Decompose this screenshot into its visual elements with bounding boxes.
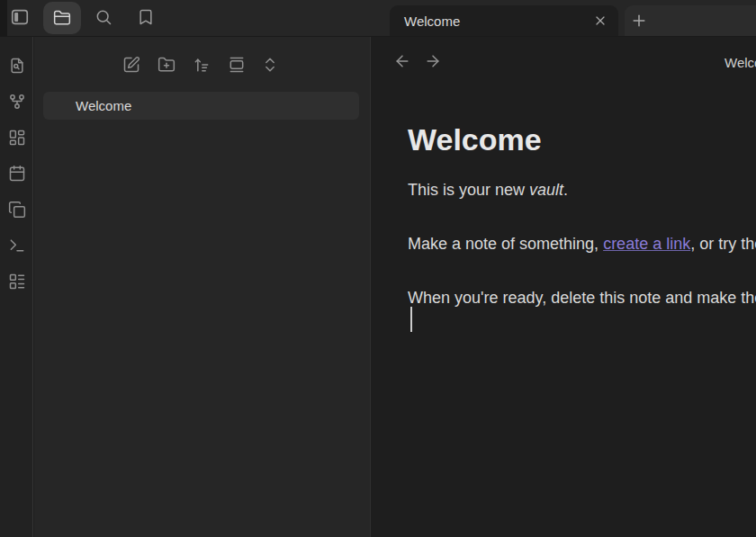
window-edge bbox=[0, 0, 7, 36]
gallery-view-button[interactable] bbox=[226, 54, 248, 76]
file-item-welcome[interactable]: Welcome bbox=[43, 92, 359, 120]
tab-close-button[interactable] bbox=[590, 10, 611, 31]
editor-pane[interactable]: Welcome Welcome This is your new vault. … bbox=[372, 37, 756, 537]
new-folder-button[interactable] bbox=[156, 54, 177, 76]
copy-icon bbox=[8, 201, 26, 219]
graph-view-button[interactable] bbox=[6, 91, 28, 112]
nav-forward-button[interactable] bbox=[422, 50, 444, 72]
note-paragraph-3: When you're ready, delete this note and … bbox=[408, 285, 756, 310]
sort-ascending-icon bbox=[193, 56, 211, 74]
command-palette-button[interactable] bbox=[6, 235, 28, 256]
bookmark-icon bbox=[137, 8, 155, 26]
paragraph-text: . bbox=[563, 181, 568, 199]
tab-bar-spacer bbox=[625, 5, 756, 36]
git-fork-icon bbox=[8, 93, 26, 111]
italic-text: vault bbox=[529, 181, 563, 199]
note-paragraph-2: Make a note of something, create a link,… bbox=[408, 231, 756, 256]
daily-note-button[interactable] bbox=[6, 163, 28, 184]
file-explorer-panel: Welcome bbox=[34, 37, 371, 537]
search-icon bbox=[94, 8, 112, 26]
calendar-icon bbox=[8, 165, 26, 183]
chevrons-up-down-icon bbox=[261, 56, 279, 74]
terminal-icon bbox=[8, 237, 26, 255]
sort-order-button[interactable] bbox=[191, 54, 212, 76]
tab-title: Welcome bbox=[390, 13, 590, 29]
paragraph-text: This is your new bbox=[408, 181, 529, 199]
arrow-left-icon bbox=[393, 52, 411, 70]
paragraph-text: , or try the Importer! bbox=[690, 235, 756, 253]
new-note-button[interactable] bbox=[121, 54, 142, 76]
note-heading: Welcome bbox=[408, 121, 542, 157]
sidebar-toggle-button[interactable] bbox=[9, 6, 31, 28]
create-a-link-link[interactable]: create a link bbox=[603, 235, 690, 253]
text-cursor bbox=[410, 307, 412, 332]
nav-back-button[interactable] bbox=[392, 50, 413, 72]
plus-icon bbox=[630, 12, 648, 30]
folder-icon bbox=[53, 9, 71, 27]
canvas-button[interactable] bbox=[6, 127, 28, 148]
bookmarks-tab-button[interactable] bbox=[135, 6, 157, 28]
layout-dashboard-icon bbox=[8, 129, 26, 147]
format-converter-button[interactable] bbox=[6, 271, 28, 292]
titlebar: Welcome bbox=[0, 0, 756, 36]
paragraph-text: Make a note of something, bbox=[408, 235, 603, 253]
gallery-vertical-icon bbox=[228, 56, 246, 74]
view-header-title: Welcome bbox=[724, 53, 756, 73]
arrow-right-icon bbox=[424, 52, 442, 70]
pen-square-icon bbox=[122, 56, 140, 74]
quick-switcher-button[interactable] bbox=[6, 55, 28, 76]
left-ribbon bbox=[0, 37, 33, 537]
folder-plus-icon bbox=[158, 56, 176, 74]
panel-left-icon bbox=[10, 7, 30, 27]
file-search-icon bbox=[8, 57, 26, 75]
paragraph-text: When you're ready, delete this note and … bbox=[408, 289, 756, 307]
note-paragraph-1: This is your new vault. bbox=[408, 177, 568, 202]
layout-list-icon bbox=[8, 273, 26, 291]
tab-welcome[interactable]: Welcome bbox=[390, 5, 618, 36]
insert-template-button[interactable] bbox=[6, 199, 28, 220]
search-tab-button[interactable] bbox=[93, 6, 114, 28]
new-tab-button[interactable] bbox=[628, 10, 650, 31]
files-tab-button[interactable] bbox=[43, 2, 81, 34]
file-name: Welcome bbox=[76, 98, 131, 113]
close-icon bbox=[593, 13, 608, 28]
collapse-all-button[interactable] bbox=[259, 54, 281, 76]
